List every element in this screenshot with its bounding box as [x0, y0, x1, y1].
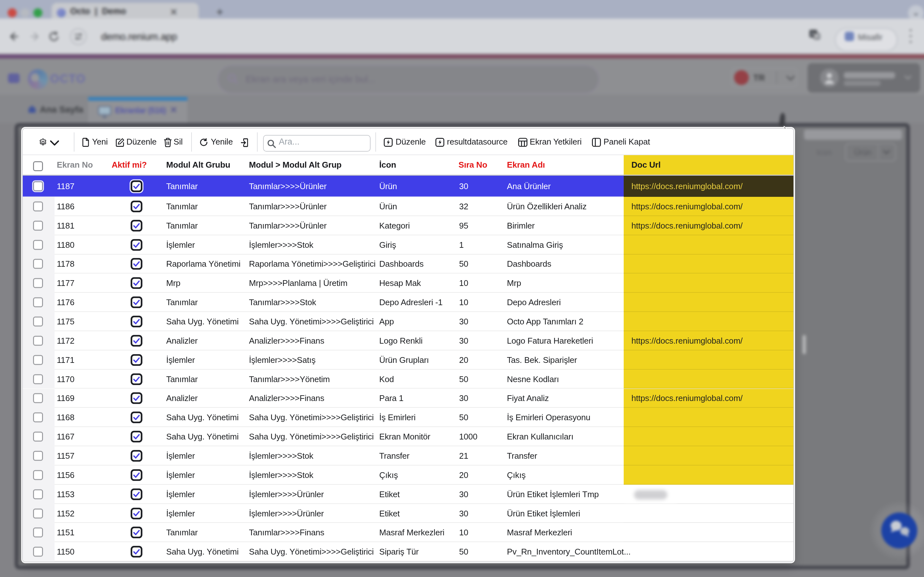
svg-text:文: 文 — [815, 34, 819, 39]
